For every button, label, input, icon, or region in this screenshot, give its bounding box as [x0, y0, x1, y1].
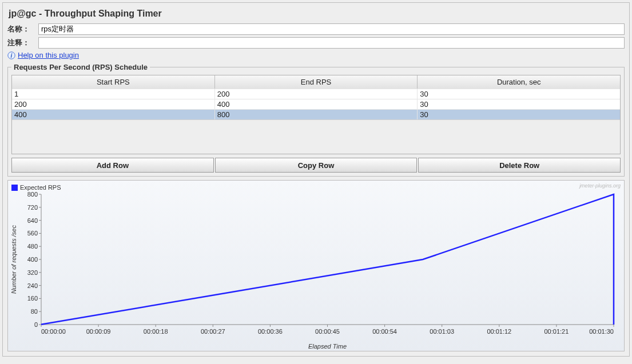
schedule-table: Start RPS End RPS Duration, sec 1 200 30…: [11, 75, 621, 154]
svg-text:640: 640: [27, 217, 38, 224]
svg-text:00:00:18: 00:00:18: [144, 328, 168, 335]
help-link[interactable]: Help on this plugin: [18, 51, 79, 59]
fieldset-title: Requests Per Second (RPS) Schedule: [11, 63, 150, 71]
cell-start[interactable]: 1: [12, 89, 215, 99]
add-row-button[interactable]: Add Row: [11, 158, 214, 173]
svg-text:00:01:03: 00:01:03: [430, 328, 454, 335]
svg-text:00:00:27: 00:00:27: [201, 328, 225, 335]
name-row: 名称：: [7, 23, 625, 35]
col-start-rps[interactable]: Start RPS: [12, 75, 215, 89]
chart-box: Expected RPS jmeter-plugins.org 08016024…: [7, 180, 625, 351]
svg-text:Elapsed Time: Elapsed Time: [308, 343, 347, 350]
table-footer: [12, 119, 620, 154]
chart-svg: 080160240320400480560640720800Number of …: [8, 181, 619, 351]
svg-text:i: i: [11, 52, 13, 58]
comment-input[interactable]: [38, 37, 625, 49]
svg-text:240: 240: [27, 282, 38, 289]
cell-duration[interactable]: 30: [418, 89, 620, 99]
cell-end[interactable]: 200: [215, 89, 418, 99]
comment-row: 注释：: [7, 37, 625, 49]
svg-text:00:00:36: 00:00:36: [258, 328, 283, 335]
legend-label: Expected RPS: [20, 184, 61, 191]
svg-text:00:00:09: 00:00:09: [86, 328, 111, 335]
cell-duration[interactable]: 30: [418, 99, 620, 109]
svg-text:800: 800: [27, 191, 38, 198]
name-input[interactable]: [38, 23, 625, 35]
table-body: 1 200 30 200 400 30 400 800 30: [12, 89, 620, 119]
schedule-fieldset: Requests Per Second (RPS) Schedule Start…: [7, 63, 625, 177]
svg-text:720: 720: [27, 204, 38, 211]
svg-text:160: 160: [27, 295, 38, 302]
svg-text:400: 400: [27, 256, 38, 263]
col-end-rps[interactable]: End RPS: [215, 75, 418, 89]
chart-legend: Expected RPS: [11, 184, 61, 191]
cell-start[interactable]: 400: [12, 110, 215, 119]
delete-row-button[interactable]: Delete Row: [418, 158, 621, 173]
page-title: jp@gc - Throughput Shaping Timer: [7, 6, 625, 23]
main-panel: jp@gc - Throughput Shaping Timer 名称： 注释：…: [2, 2, 630, 357]
table-row[interactable]: 400 800 30: [12, 109, 620, 119]
svg-text:00:01:12: 00:01:12: [487, 328, 511, 335]
table-header: Start RPS End RPS Duration, sec: [12, 75, 620, 89]
svg-text:480: 480: [27, 243, 38, 250]
table-row[interactable]: 200 400 30: [12, 99, 620, 109]
svg-text:80: 80: [31, 308, 38, 315]
info-icon: i: [7, 51, 15, 59]
svg-text:00:00:54: 00:00:54: [372, 328, 397, 335]
svg-text:0: 0: [34, 321, 38, 328]
cell-duration[interactable]: 30: [418, 110, 620, 119]
cell-end[interactable]: 800: [215, 110, 418, 119]
svg-text:00:01:21: 00:01:21: [544, 328, 569, 335]
name-label: 名称：: [7, 24, 38, 34]
svg-text:00:00:45: 00:00:45: [315, 328, 340, 335]
legend-swatch: [11, 185, 18, 191]
copy-row-button[interactable]: Copy Row: [215, 158, 418, 173]
comment-label: 注释：: [7, 38, 38, 48]
svg-text:Number of requests /sec: Number of requests /sec: [10, 225, 17, 294]
svg-text:00:00:00: 00:00:00: [41, 328, 66, 335]
table-row[interactable]: 1 200 30: [12, 89, 620, 99]
svg-text:320: 320: [27, 269, 38, 276]
svg-text:00:01:30: 00:01:30: [589, 328, 614, 335]
cell-end[interactable]: 400: [215, 99, 418, 109]
svg-text:560: 560: [27, 230, 38, 237]
cell-start[interactable]: 200: [12, 99, 215, 109]
col-duration[interactable]: Duration, sec: [418, 75, 620, 89]
chart-watermark: jmeter-plugins.org: [579, 183, 621, 189]
help-row: i Help on this plugin: [7, 51, 625, 59]
button-row: Add Row Copy Row Delete Row: [11, 158, 621, 173]
